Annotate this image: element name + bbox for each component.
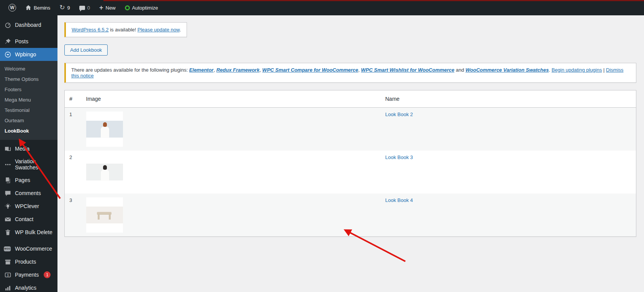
sidebar-item-label: Comments (15, 190, 41, 196)
woocommerce-icon: WOO (4, 246, 11, 251)
table-header-row: # Image Name (65, 90, 636, 108)
sidebar-item-wpclever[interactable]: WPClever (0, 200, 57, 213)
site-name: Bemins (34, 5, 50, 11)
add-lookbook-button[interactable]: Add Lookbook (64, 44, 108, 56)
wordpress-logo-icon: W (8, 4, 16, 11)
sidebar-item-payments[interactable]: $ Payments 1 (0, 268, 57, 281)
dashboard-icon (4, 22, 11, 28)
sidebar-item-variation-swatches[interactable]: Variation Swatches (0, 155, 57, 174)
submenu-item-mega-menu[interactable]: Mega Menu (0, 95, 57, 105)
lookbook-name-link[interactable]: Look Book 4 (385, 197, 413, 203)
sidebar-item-label: WooCommerce (15, 246, 52, 252)
sidebar-item-label: WP Bulk Delete (15, 229, 52, 235)
comment-icon (4, 190, 11, 197)
begin-updating-plugins-link[interactable]: Begin updating plugins (552, 67, 602, 73)
sidebar-item-products[interactable]: Products (0, 255, 57, 268)
media-icon (4, 146, 11, 152)
separator: and (454, 67, 465, 73)
envelope-icon (4, 216, 11, 223)
site-home-link[interactable]: Bemins (21, 0, 55, 15)
admin-sidebar: Dashboard Posts Wpbingo Welcome Theme Op… (0, 15, 57, 292)
lookbook-thumbnail-woman-redhead (86, 112, 123, 147)
new-content-button[interactable]: + New (95, 0, 120, 15)
dots-icon (4, 161, 11, 168)
table-row: 2 Look Book 3 (65, 151, 636, 194)
submenu-item-footers[interactable]: Footers (0, 84, 57, 95)
main-content: WordPress 6.5.2 is available! Please upd… (57, 15, 644, 292)
sidebar-item-label: Dashboard (15, 22, 41, 28)
autoptimize-button[interactable]: Autoptimize (120, 0, 163, 15)
trash-icon (4, 229, 11, 236)
wordpress-menu-button[interactable]: W (4, 0, 21, 15)
row-number: 3 (65, 194, 82, 237)
sidebar-item-wpbingo[interactable]: Wpbingo (0, 48, 57, 61)
payments-badge: 1 (44, 271, 51, 278)
sidebar-item-wp-bulk-delete[interactable]: WP Bulk Delete (0, 226, 57, 239)
separator: . (549, 67, 551, 73)
please-update-link[interactable]: Please update now (138, 27, 180, 33)
submenu-item-testimonial[interactable]: Testimonial (0, 105, 57, 115)
core-update-text: is available! (109, 27, 138, 33)
sidebar-item-label: WPClever (15, 203, 39, 209)
sidebar-item-dashboard[interactable]: Dashboard (0, 18, 57, 31)
plugin-link-redux-framework[interactable]: Redux Framework (216, 67, 260, 73)
new-label: New (106, 5, 116, 11)
submenu-item-ourteam[interactable]: Ourteam (0, 115, 57, 126)
dollar-icon: $ (4, 272, 11, 278)
wordpress-version-link[interactable]: WordPress 6.5.2 (72, 27, 109, 33)
sidebar-item-label: Media (15, 146, 29, 152)
plugin-link-wpc-smart-wishlist[interactable]: WPC Smart Wishlist for WooCommerce (361, 67, 454, 73)
plugin-notice-prefix: There are updates available for the foll… (71, 67, 189, 73)
plugin-link-wpc-smart-compare[interactable]: WPC Smart Compare for WooCommerce (262, 67, 358, 73)
box-icon (4, 259, 11, 265)
submenu-item-theme-options[interactable]: Theme Options (0, 74, 57, 84)
sidebar-item-label: Payments (15, 272, 39, 278)
column-header-number: # (65, 90, 82, 108)
sidebar-item-label: Analytics (15, 285, 36, 291)
core-update-notice: WordPress 6.5.2 is available! Please upd… (64, 22, 187, 37)
autoptimize-ring-icon (125, 5, 130, 10)
pages-icon (4, 177, 11, 184)
comments-button[interactable]: 0 (75, 0, 95, 15)
lookbook-thumbnail-woman-cap (86, 154, 123, 190)
admin-bar: W Bemins ↻ 9 0 + New Autoptimize (0, 0, 644, 15)
column-header-image: Image (82, 90, 381, 108)
window-top-red-strip (103, 0, 644, 1)
wpbingo-submenu: Welcome Theme Options Footers Mega Menu … (0, 61, 57, 140)
sidebar-item-analytics[interactable]: Analytics (0, 281, 57, 292)
lookbook-name-link[interactable]: Look Book 3 (385, 154, 413, 160)
lookbook-name-link[interactable]: Look Book 2 (385, 112, 413, 117)
submenu-item-welcome[interactable]: Welcome (0, 64, 57, 74)
row-number: 1 (65, 108, 82, 151)
bar-chart-icon (4, 285, 11, 291)
pin-icon (4, 38, 11, 45)
submenu-item-lookbook[interactable]: LookBook (0, 126, 57, 136)
lookbook-thumbnail-bench (86, 197, 123, 233)
refresh-icon: ↻ (59, 5, 65, 11)
autoptimize-label: Autoptimize (132, 5, 158, 11)
table-row: 1 Look Book 2 (65, 108, 636, 151)
sidebar-item-pages[interactable]: Pages (0, 174, 57, 187)
sidebar-item-posts[interactable]: Posts (0, 35, 57, 48)
comment-bubble-icon (79, 6, 85, 10)
plugin-update-notice: There are updates available for the foll… (64, 63, 636, 83)
separator: , (259, 67, 262, 73)
wpbingo-logo-icon (4, 51, 11, 58)
sidebar-item-comments[interactable]: Comments (0, 187, 57, 200)
sidebar-item-label: Wpbingo (15, 51, 36, 57)
home-icon (25, 5, 31, 11)
plugin-link-elementor[interactable]: Elementor (189, 67, 214, 73)
sidebar-item-media[interactable]: Media (0, 142, 57, 155)
comments-count: 0 (87, 5, 90, 11)
plugin-link-variation-swatches[interactable]: WooCommerce Variation Swatches (465, 67, 549, 73)
lookbook-table: # Image Name 1 Look Book 2 2 (64, 90, 636, 237)
sidebar-item-label: Variation Swatches (15, 158, 54, 171)
sidebar-item-woocommerce[interactable]: WOO WooCommerce (0, 242, 57, 255)
updates-button[interactable]: ↻ 9 (55, 0, 74, 15)
separator: | (602, 67, 606, 73)
sidebar-item-contact[interactable]: Contact (0, 213, 57, 226)
separator: , (213, 67, 216, 73)
sidebar-item-label: Pages (15, 177, 30, 183)
bulb-icon (4, 203, 11, 210)
updates-count: 9 (67, 5, 70, 11)
